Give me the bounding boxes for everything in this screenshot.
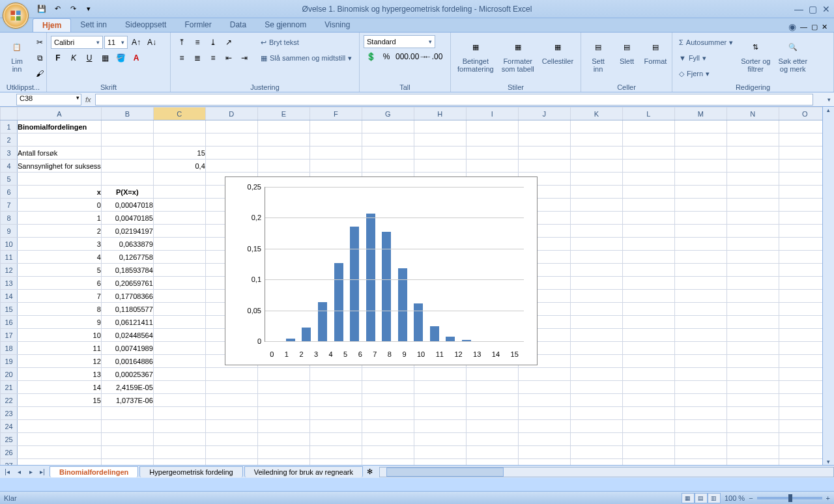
cell[interactable] (466, 407, 518, 420)
cell[interactable] (466, 446, 518, 459)
bold-button[interactable]: F (51, 51, 65, 65)
cell[interactable]: 0,02448564 (101, 329, 153, 342)
font-size-combo[interactable]: 11 (104, 36, 128, 49)
horizontal-scrollbar[interactable] (379, 467, 834, 477)
cell[interactable] (153, 329, 205, 342)
cell[interactable] (205, 120, 257, 133)
cell[interactable] (674, 186, 726, 199)
cell[interactable] (726, 303, 779, 316)
cell[interactable] (570, 199, 622, 212)
cell[interactable] (18, 433, 102, 446)
redo-icon[interactable]: ↷ (66, 3, 79, 16)
cell[interactable] (622, 133, 674, 147)
row-header[interactable]: 25 (1, 433, 18, 446)
column-header[interactable]: D (205, 107, 257, 120)
cell[interactable] (674, 120, 726, 133)
cell[interactable] (205, 446, 257, 459)
align-right-icon[interactable]: ≡ (206, 51, 220, 65)
cell[interactable] (622, 251, 674, 264)
cell[interactable] (309, 394, 362, 407)
cell[interactable] (414, 433, 466, 446)
cell[interactable] (570, 433, 622, 446)
align-left-icon[interactable]: ≡ (175, 51, 189, 65)
row-header[interactable]: 2 (1, 133, 18, 147)
sheet-tab[interactable]: Binomialfordelingen (50, 466, 138, 477)
office-button[interactable] (3, 3, 29, 29)
cell[interactable] (726, 199, 779, 212)
cell[interactable] (309, 120, 362, 133)
cell[interactable] (518, 120, 570, 133)
cell[interactable] (101, 173, 153, 186)
align-center-icon[interactable]: ≣ (190, 51, 205, 65)
cell[interactable]: 10 (18, 329, 102, 342)
cell[interactable] (101, 420, 153, 433)
percent-format-icon[interactable]: % (379, 49, 394, 64)
decrease-indent-icon[interactable]: ⇤ (222, 51, 236, 65)
cell[interactable] (205, 147, 257, 160)
increase-decimal-icon[interactable]: .00→ (410, 49, 425, 64)
increase-indent-icon[interactable]: ⇥ (237, 51, 252, 65)
row-header[interactable]: 1 (1, 120, 18, 133)
cell[interactable] (674, 225, 726, 238)
cell[interactable] (101, 407, 153, 420)
cell[interactable]: 13 (18, 368, 102, 381)
cell[interactable] (153, 277, 205, 290)
find-select-button[interactable]: 🔍Søk etter og merk (775, 35, 810, 74)
next-sheet-icon[interactable]: ▸ (25, 468, 36, 475)
cell[interactable] (674, 459, 726, 466)
row-header[interactable]: 9 (1, 225, 18, 238)
cell[interactable] (622, 342, 674, 355)
cell[interactable]: 0,00047018 (101, 199, 153, 212)
column-header[interactable]: L (622, 107, 674, 120)
cell[interactable] (674, 147, 726, 160)
cell[interactable] (622, 225, 674, 238)
cell[interactable] (257, 394, 309, 407)
restore-button[interactable]: ▢ (809, 5, 817, 14)
cell[interactable] (674, 290, 726, 303)
cell[interactable] (622, 173, 674, 186)
cell[interactable] (674, 381, 726, 394)
cell[interactable] (466, 394, 518, 407)
cell[interactable] (570, 459, 622, 466)
cell[interactable] (362, 407, 414, 420)
cell[interactable] (726, 420, 779, 433)
decrease-decimal-icon[interactable]: ←.00 (426, 49, 440, 64)
insert-cells-button[interactable]: ▤Sett inn (585, 35, 611, 74)
chart-bar[interactable] (334, 263, 343, 341)
chart-bar[interactable] (318, 302, 327, 341)
first-sheet-icon[interactable]: |◂ (1, 468, 13, 475)
cell[interactable] (570, 277, 622, 290)
cell[interactable] (414, 459, 466, 466)
cell[interactable] (674, 316, 726, 329)
cell[interactable] (622, 147, 674, 160)
cell[interactable] (153, 186, 205, 199)
cell[interactable]: 0,02194197 (101, 225, 153, 238)
row-header[interactable]: 3 (1, 147, 18, 160)
cell[interactable] (622, 446, 674, 459)
number-format-combo[interactable]: Standard (364, 35, 435, 48)
column-header[interactable]: J (518, 107, 570, 120)
tab-data[interactable]: Data (221, 18, 255, 32)
cell[interactable] (726, 407, 779, 420)
cell[interactable] (18, 459, 102, 466)
cell[interactable] (153, 433, 205, 446)
cell[interactable] (726, 277, 779, 290)
cell[interactable] (518, 407, 570, 420)
cell[interactable]: 1 (18, 212, 102, 225)
cell[interactable] (570, 368, 622, 381)
cell[interactable] (674, 251, 726, 264)
cell[interactable]: 0,00741989 (101, 342, 153, 355)
row-header[interactable]: 17 (1, 329, 18, 342)
cell[interactable] (309, 133, 362, 147)
row-header[interactable]: 20 (1, 368, 18, 381)
row-header[interactable]: 10 (1, 238, 18, 251)
cell[interactable] (570, 303, 622, 316)
cell[interactable] (622, 329, 674, 342)
cell[interactable] (101, 446, 153, 459)
cell[interactable] (726, 147, 779, 160)
cell[interactable] (205, 420, 257, 433)
cell[interactable]: 8 (18, 303, 102, 316)
wrap-text-button[interactable]: ↩Bryt tekst (258, 35, 354, 49)
cell[interactable] (622, 420, 674, 433)
zoom-level[interactable]: 100 % (725, 494, 745, 502)
